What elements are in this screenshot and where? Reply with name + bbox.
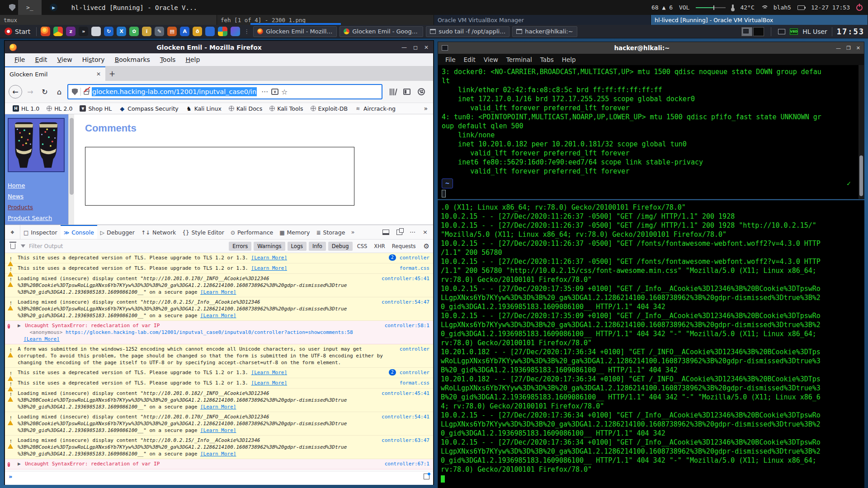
tray-vbox-icon[interactable]: VBD [790, 28, 798, 35]
learn-more-link[interactable]: [Learn More] [200, 404, 236, 410]
devtools-tab-inspector[interactable]: □Inspector [20, 225, 61, 239]
menu-bookmarks[interactable]: Bookmarks [111, 55, 154, 65]
menu-history[interactable]: History [78, 55, 109, 65]
menu-tools[interactable]: Tools [156, 55, 180, 65]
menu-edit[interactable]: Edit [31, 55, 51, 65]
clear-console-icon[interactable] [10, 244, 15, 249]
folder-blue-icon[interactable] [205, 27, 215, 36]
library-icon[interactable] [390, 89, 396, 95]
learn-more-link[interactable]: [Learn More] [251, 255, 287, 261]
terminal-menu-help[interactable]: Help [558, 55, 580, 64]
container-tab-2[interactable]: feh [1 of 4] - 2300_1.png [217, 15, 434, 25]
start-button[interactable]: Start [0, 28, 34, 35]
expand-caret-icon[interactable]: ▶ [18, 323, 24, 328]
extension-cookie-icon[interactable] [418, 88, 425, 95]
learn-more-link[interactable]: [Learn More] [200, 313, 236, 319]
terminal-zsh-icon[interactable]: z [66, 27, 75, 36]
source-link[interactable]: controller [400, 369, 429, 376]
bookmark-kali-docs[interactable]: Kali Docs [226, 104, 265, 113]
filter-input[interactable]: Filter Output [29, 243, 63, 249]
bookmark-shop-hl[interactable]: ▼Shop HL [76, 104, 115, 113]
devtools-tab-network[interactable]: ↑↓Network [138, 225, 179, 239]
minimize-button[interactable]: — [401, 44, 407, 51]
reload-button[interactable]: ↻ [38, 85, 51, 98]
close-button[interactable]: ✕ [856, 45, 860, 51]
mascot-icon[interactable]: ï [142, 27, 151, 36]
pocket-icon[interactable]: ∨ [271, 89, 278, 95]
learn-more-link[interactable]: [Learn More] [251, 265, 287, 271]
bookmark-kali-tools[interactable]: Kali Tools [266, 104, 306, 113]
sidebar-link-home[interactable]: Home [8, 182, 68, 189]
firefox-icon[interactable] [41, 27, 50, 36]
taskbar-window-1[interactable]: Glocken Emil - Mozilla F... [253, 26, 337, 37]
close-button[interactable]: ✕ [424, 44, 429, 51]
filter-type-xhr[interactable]: XHR [372, 242, 387, 251]
tray-display-icon[interactable] [778, 29, 785, 34]
filter-pill-warnings[interactable]: Warnings [254, 242, 285, 251]
console-input-row[interactable]: » [5, 471, 433, 482]
tracking-shield-icon[interactable] [72, 89, 78, 95]
devtools-tab-storage[interactable]: ≣Storage [313, 225, 348, 239]
source-link[interactable]: controller:54:47 [382, 299, 429, 305]
source-link[interactable]: controller:45:41 [382, 390, 429, 397]
workspace-2[interactable] [753, 27, 764, 36]
devtools-tab-memory[interactable]: ▦Memory [276, 225, 313, 239]
workspace-pager[interactable] [741, 27, 764, 36]
files-icon[interactable] [91, 27, 101, 36]
tab-close-icon[interactable]: ✕ [96, 71, 101, 77]
host-terminal-tab[interactable]: >_ [18, 0, 42, 15]
taskbar-window-2[interactable]: Glocken Emil - Google C... [340, 26, 423, 37]
sidebar-link-product-search[interactable]: Product Search [8, 215, 68, 221]
source-link[interactable]: controller [400, 254, 429, 261]
devtools-tab-style-editor[interactable]: {}Style Editor [179, 225, 227, 239]
taskbar-window-4[interactable]: hacker@hlkali:~ [512, 26, 577, 37]
sidebar-link-products[interactable]: Products [8, 204, 68, 211]
devtools-tab-debugger[interactable]: ▷Debugger [97, 225, 138, 239]
source-link[interactable]: format.css [400, 265, 429, 272]
source-link[interactable]: format.css [400, 380, 429, 386]
learn-more-link[interactable]: [Learn More] [200, 451, 236, 457]
volume-slider[interactable] [696, 7, 726, 8]
console-settings-icon[interactable]: ⚙ [424, 242, 429, 250]
dock-side-icon[interactable] [382, 230, 389, 235]
filter-pill-info[interactable]: Info [309, 242, 326, 251]
filter-pill-debug[interactable]: Debug [328, 242, 353, 251]
bookmark-aircrack-ng[interactable]: ≋Aircrack-ng [352, 104, 399, 113]
devtools-close-icon[interactable]: × [423, 229, 428, 235]
source-link[interactable]: controller:45:41 [382, 275, 429, 282]
devtools-menu-icon[interactable]: ⋯ [410, 229, 415, 235]
source-link[interactable]: controller [400, 346, 429, 352]
devtools-tab-console[interactable]: ≫Console [61, 225, 97, 239]
filter-type-css[interactable]: CSS [355, 242, 370, 251]
scrollbar-thumb[interactable] [859, 155, 863, 196]
learn-more-link[interactable]: [Learn More] [200, 427, 236, 433]
office-icon[interactable] [218, 27, 227, 36]
source-link[interactable]: controller:67:1 [385, 460, 429, 467]
source-link[interactable]: controller:63:47 [382, 437, 429, 444]
terminal-titlebar[interactable]: hacker@hlkali:~ — ❐ ✕ [438, 42, 864, 54]
taskbar-window-3[interactable]: sudo tail -f /opt/applic/ht... [426, 26, 509, 37]
cherrytree-icon[interactable]: ✿ [129, 27, 139, 36]
learn-more-link[interactable]: [Learn More] [24, 336, 59, 342]
learn-more-link[interactable]: [Learn More] [251, 370, 287, 375]
bookmark-exploit-db[interactable]: Exploit-DB [307, 104, 351, 113]
torch-icon[interactable]: ð [193, 27, 202, 36]
menu-help[interactable]: Help [181, 55, 204, 65]
devtools-tab-performance[interactable]: ⊙Performance [227, 225, 276, 239]
split-console-icon[interactable] [424, 474, 429, 479]
bookmark-hl-2-0[interactable]: HL 2.0 [43, 104, 75, 113]
terminal-icon[interactable]: » [79, 27, 88, 36]
url-text-selected[interactable]: glocken.hacking-lab.com/12001/inputval_c… [92, 87, 257, 96]
maximize-button[interactable]: ❐ [846, 45, 851, 51]
frame-scrollbar[interactable] [68, 114, 74, 225]
firefox-titlebar[interactable]: Glocken Emil - Mozilla Firefox — ◻ ✕ [5, 41, 433, 53]
pick-element-icon[interactable]: ⌖ [5, 225, 20, 239]
bookmark-compass-security[interactable]: ◆Compass Security [116, 104, 181, 113]
more-tabs-icon[interactable]: » [351, 229, 354, 235]
container-tab-4[interactable]: hl-livecd [Running] - Oracle VM VirtualB… [651, 15, 868, 25]
learn-more-link[interactable]: [Learn More] [251, 380, 287, 386]
terminal-menu-tabs[interactable]: Tabs [537, 55, 557, 64]
comment-textarea[interactable] [85, 147, 354, 206]
new-tab-button[interactable]: + [105, 66, 119, 81]
terminal-menu-file[interactable]: File [442, 55, 459, 64]
